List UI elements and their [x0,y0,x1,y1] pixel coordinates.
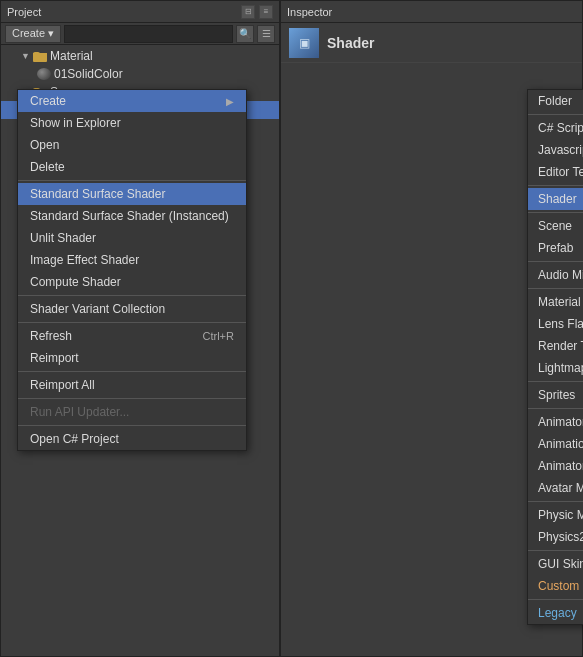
menu-label-create: Create [30,94,66,108]
menu-item-compute-shader[interactable]: Compute Shader [18,271,246,293]
menu-label-open-csharp: Open C# Project [30,432,119,446]
submenu-item-lens-flare[interactable]: Lens Flare [528,313,583,335]
context-menu-primary: Create ▶ Show in Explorer Open Delete St… [17,89,247,451]
submenu-arrow-create: ▶ [226,96,234,107]
sub-separator-6 [528,381,583,382]
submenu-label-lightmap: Lightmap Parameters [538,361,583,375]
submenu-item-sprites[interactable]: Sprites ▶ [528,384,583,406]
menu-label-refresh: Refresh [30,329,72,343]
inspector-title: Inspector [287,6,576,18]
submenu-item-shader[interactable]: Shader ▶ [528,188,583,210]
menu-item-unlit-shader[interactable]: Unlit Shader [18,227,246,249]
submenu-item-animator-ctrl[interactable]: Animator Controller [528,411,583,433]
submenu-label-legacy: Legacy [538,606,577,620]
separator-3 [18,322,246,323]
submenu-label-render-texture: Render Texture [538,339,583,353]
submenu-item-csharp[interactable]: C# Script [528,117,583,139]
submenu-item-animation[interactable]: Animation [528,433,583,455]
submenu-item-avatar-mask[interactable]: Avatar Mask [528,477,583,499]
submenu-item-audio-mixer[interactable]: Audio Mixer [528,264,583,286]
sub-separator-5 [528,288,583,289]
menu-item-standard-instanced[interactable]: Standard Surface Shader (Instanced) [18,205,246,227]
menu-item-create[interactable]: Create ▶ [18,90,246,112]
submenu-item-scene[interactable]: Scene [528,215,583,237]
submenu-item-physic-material[interactable]: Physic Material [528,504,583,526]
submenu-item-gui-skin[interactable]: GUI Skin [528,553,583,575]
folder-material-icon [33,50,47,62]
separator-5 [18,398,246,399]
lock-icon[interactable]: ⊟ [241,5,255,19]
menu-label-compute-shader: Compute Shader [30,275,121,289]
submenu-item-material[interactable]: Material [528,291,583,313]
menu-icon[interactable]: ≡ [259,5,273,19]
tree-label-solidcolor: 01SolidColor [54,67,123,81]
sub-separator-7 [528,408,583,409]
menu-item-reimport-all[interactable]: Reimport All [18,374,246,396]
search-button[interactable]: 🔍 [236,25,254,43]
menu-item-open[interactable]: Open [18,134,246,156]
menu-label-delete: Delete [30,160,65,174]
submenu-item-legacy[interactable]: Legacy [528,602,583,624]
submenu-item-physics2d[interactable]: Physics2D Material [528,526,583,548]
search-input[interactable] [64,25,233,43]
submenu-item-lightmap[interactable]: Lightmap Parameters [528,357,583,379]
submenu-label-avatar-mask: Avatar Mask [538,481,583,495]
create-button[interactable]: Create ▾ [5,25,61,43]
tree-item-material[interactable]: ▼ Material [1,47,279,65]
submenu-label-folder: Folder [538,94,572,108]
separator-6 [18,425,246,426]
sub-separator-8 [528,501,583,502]
menu-label-api-updater: Run API Updater... [30,405,129,419]
menu-label-image-effect: Image Effect Shader [30,253,139,267]
menu-item-api-updater: Run API Updater... [18,401,246,423]
menu-label-reimport: Reimport [30,351,79,365]
menu-item-open-csharp[interactable]: Open C# Project [18,428,246,450]
inspector-header: ▣ Shader [281,23,582,63]
menu-item-reimport[interactable]: Reimport [18,347,246,369]
inspector-shader-label: Shader [327,35,374,51]
sub-separator-2 [528,185,583,186]
menu-item-standard-shader[interactable]: Standard Surface Shader [18,183,246,205]
project-title: Project [7,6,241,18]
submenu-item-animator-override[interactable]: Animator Override Controller [528,455,583,477]
submenu-item-javascript[interactable]: Javascript [528,139,583,161]
menu-item-refresh[interactable]: Refresh Ctrl+R [18,325,246,347]
title-icons: ⊟ ≡ [241,5,273,19]
context-menu-create-submenu: Folder C# Script Javascript Editor Test … [527,89,583,625]
menu-item-delete[interactable]: Delete [18,156,246,178]
sub-separator-10 [528,599,583,600]
inspector-panel: Inspector ▣ Shader Folder C# Script Java… [280,0,583,657]
menu-label-standard-shader: Standard Surface Shader [30,187,165,201]
sub-separator-1 [528,114,583,115]
submenu-item-editor-test[interactable]: Editor Test C# Script [528,161,583,183]
menu-label-show-explorer: Show in Explorer [30,116,121,130]
submenu-label-animator-ctrl: Animator Controller [538,415,583,429]
submenu-label-material: Material [538,295,581,309]
menu-item-shader-variant[interactable]: Shader Variant Collection [18,298,246,320]
sub-separator-4 [528,261,583,262]
shader-icon-glyph: ▣ [299,36,310,50]
menu-label-unlit-shader: Unlit Shader [30,231,96,245]
tree-label-material: Material [50,49,93,63]
menu-item-image-effect[interactable]: Image Effect Shader [18,249,246,271]
material-solidcolor-icon [37,68,51,80]
submenu-label-audio-mixer: Audio Mixer [538,268,583,282]
filter-button[interactable]: ☰ [257,25,275,43]
menu-label-open: Open [30,138,59,152]
submenu-item-folder[interactable]: Folder [528,90,583,112]
submenu-label-prefab: Prefab [538,241,573,255]
sub-separator-3 [528,212,583,213]
submenu-item-render-texture[interactable]: Render Texture [528,335,583,357]
submenu-label-shader: Shader [538,192,577,206]
arrow-icon: ▼ [21,51,31,61]
separator-4 [18,371,246,372]
menu-item-show-explorer[interactable]: Show in Explorer [18,112,246,134]
submenu-label-physic-material: Physic Material [538,508,583,522]
submenu-item-custom-font[interactable]: Custom Font [528,575,583,597]
project-panel: Project ⊟ ≡ Create ▾ 🔍 ☰ ▼ Material 01So… [0,0,280,657]
inspector-title-bar: Inspector [281,1,582,23]
submenu-item-prefab[interactable]: Prefab [528,237,583,259]
shortcut-refresh: Ctrl+R [203,330,234,342]
submenu-label-sprites: Sprites [538,388,575,402]
tree-item-solidcolor[interactable]: 01SolidColor [1,65,279,83]
